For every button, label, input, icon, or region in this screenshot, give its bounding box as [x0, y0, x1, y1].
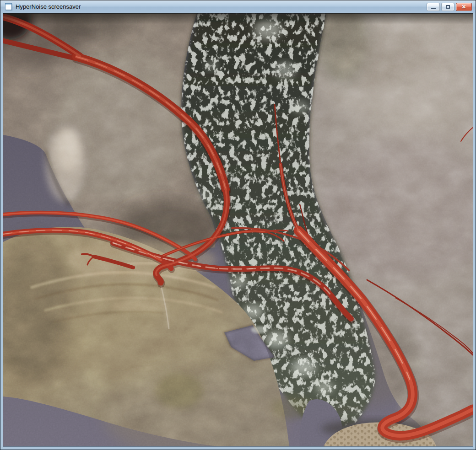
window-controls: ✕: [427, 3, 472, 11]
scene-top-line: [3, 13, 473, 14]
maximize-icon: [446, 5, 450, 9]
titlebar[interactable]: HyperNoise screensaver ✕: [0, 0, 476, 13]
window-title: HyperNoise screensaver: [16, 0, 81, 13]
app-icon: [5, 3, 12, 10]
screensaver-viewport[interactable]: [3, 13, 473, 446]
minimize-button[interactable]: [427, 3, 440, 11]
render-scene: [3, 13, 473, 446]
close-icon: ✕: [456, 4, 471, 11]
app-window: HyperNoise screensaver ✕: [0, 0, 476, 450]
maximize-button[interactable]: [441, 3, 454, 11]
close-button[interactable]: ✕: [456, 3, 472, 11]
minimize-icon: [431, 8, 436, 9]
scene-top-shade: [3, 13, 473, 24]
